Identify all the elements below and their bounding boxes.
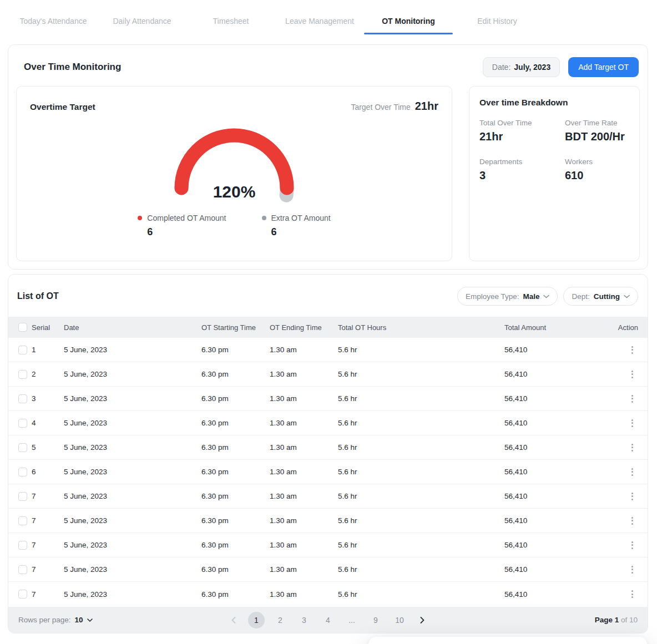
tab-timesheet[interactable]: Timesheet: [186, 11, 275, 34]
date-filter-value: July, 2023: [514, 63, 550, 72]
row-ot-start: 6.30 pm: [201, 394, 270, 403]
row-action-cell: [588, 417, 648, 429]
column-header-serial: Serial: [32, 323, 64, 332]
row-checkbox[interactable]: [18, 541, 27, 550]
page-title: Over Time Monitoring: [24, 62, 121, 73]
row-checkbox[interactable]: [18, 443, 27, 452]
row-checkbox[interactable]: [18, 468, 27, 476]
row-total-amount: 56,410: [504, 419, 588, 427]
extra-legend-label: Extra OT Amount: [271, 214, 331, 222]
row-date: 5 June, 2023: [64, 443, 201, 452]
employee-type-filter[interactable]: Employee Type: Male: [457, 287, 558, 306]
row-ot-end: 1.30 am: [270, 419, 338, 427]
tab-ot-monitoring[interactable]: OT Monitoring: [364, 11, 453, 34]
target-over-time-value: 21hr: [415, 100, 438, 113]
tab-today-s-attendance[interactable]: Today's Attendance: [9, 11, 98, 34]
row-total-amount: 56,410: [504, 541, 588, 549]
row-total-amount: 56,410: [504, 443, 588, 452]
row-ot-hours: 5.6 hr: [338, 516, 504, 525]
row-ot-hours: 5.6 hr: [338, 394, 504, 403]
row-action-cell: [588, 368, 648, 381]
row-actions-kebab-icon[interactable]: [630, 564, 634, 576]
overtime-monitoring-card: Over Time Monitoring Date: July, 2023 Ad…: [8, 44, 648, 270]
row-date: 5 June, 2023: [64, 419, 201, 427]
row-ot-start: 6.30 pm: [201, 590, 270, 599]
row-ot-start: 6.30 pm: [201, 419, 270, 427]
row-actions-kebab-icon[interactable]: [630, 588, 634, 600]
column-header-amount: Total Amount: [504, 323, 588, 332]
row-serial: 7: [32, 492, 64, 500]
row-ot-end: 1.30 am: [270, 346, 338, 354]
rows-per-page-select[interactable]: Rows per page: 10: [18, 616, 93, 624]
row-ot-end: 1.30 am: [270, 443, 338, 452]
pagination-page-10[interactable]: 10: [391, 612, 408, 628]
row-serial: 5: [32, 443, 64, 452]
row-checkbox-cell: [8, 541, 32, 550]
row-total-amount: 56,410: [504, 394, 588, 403]
row-checkbox-cell: [8, 443, 32, 452]
pagination-next-button[interactable]: [415, 613, 429, 627]
row-actions-kebab-icon[interactable]: [630, 344, 634, 356]
stat-workers: Workers 610: [565, 158, 629, 182]
pagination-page-4[interactable]: 4: [320, 612, 336, 628]
row-date: 5 June, 2023: [64, 468, 201, 476]
pagination-page-2[interactable]: 2: [272, 612, 289, 628]
row-serial: 4: [32, 419, 64, 427]
tab-daily-attendance[interactable]: Daily Attendance: [98, 11, 186, 34]
row-ot-start: 6.30 pm: [201, 443, 270, 452]
row-serial: 7: [32, 516, 64, 525]
overtime-breakdown-card: Over time Breakdown Total Over Time 21hr…: [469, 86, 640, 261]
chevron-down-icon: [624, 295, 630, 298]
pagination-prev-button[interactable]: [226, 613, 241, 627]
extra-legend-value: 6: [271, 226, 331, 238]
gauge-percent-value: 120%: [168, 182, 301, 201]
row-actions-kebab-icon[interactable]: [630, 515, 634, 527]
add-target-ot-button[interactable]: Add Target OT: [568, 57, 639, 77]
date-filter-button[interactable]: Date: July, 2023: [483, 57, 560, 77]
overtime-target-title: Overtime Target: [30, 102, 95, 112]
completed-legend-label: Completed OT Amount: [147, 214, 226, 222]
row-actions-kebab-icon[interactable]: [630, 466, 634, 478]
row-date: 5 June, 2023: [64, 590, 201, 599]
row-checkbox[interactable]: [18, 590, 27, 599]
date-filter-label: Date:: [492, 63, 511, 72]
row-actions-kebab-icon[interactable]: [630, 490, 634, 503]
row-checkbox[interactable]: [18, 516, 27, 525]
column-header-end: OT Ending Time: [270, 323, 338, 332]
row-checkbox[interactable]: [18, 492, 27, 501]
row-total-amount: 56,410: [504, 468, 588, 476]
stat-departments: Departments 3: [479, 158, 565, 182]
row-actions-kebab-icon[interactable]: [630, 417, 634, 429]
row-actions-kebab-icon[interactable]: [630, 539, 634, 551]
completed-legend-value: 6: [147, 226, 226, 238]
chevron-down-icon: [87, 618, 93, 622]
tab-leave-management[interactable]: Leave Management: [275, 11, 364, 34]
row-serial: 1: [32, 346, 64, 354]
overtime-breakdown-popover: Over Time Breakdown CuttingLine1Max OT5.…: [368, 637, 647, 644]
row-actions-kebab-icon[interactable]: [630, 442, 634, 454]
row-checkbox[interactable]: [18, 370, 27, 379]
table-footer: Rows per page: 10 1234...910 Page 1 of 1…: [8, 607, 648, 633]
pagination-pages: 1234...910: [248, 612, 408, 628]
tab-edit-history[interactable]: Edit History: [453, 11, 542, 34]
row-actions-kebab-icon[interactable]: [630, 368, 634, 381]
row-checkbox[interactable]: [18, 346, 27, 354]
row-checkbox-cell: [8, 370, 32, 379]
row-serial: 6: [32, 468, 64, 476]
row-date: 5 June, 2023: [64, 346, 201, 354]
extra-legend-dot-icon: [262, 216, 266, 220]
select-all-checkbox[interactable]: [18, 323, 27, 332]
row-checkbox[interactable]: [18, 419, 27, 428]
pagination-page-9[interactable]: 9: [367, 612, 384, 628]
list-of-ot-card: List of OT Employee Type: Male Dept: Cut…: [8, 274, 648, 633]
row-checkbox[interactable]: [18, 565, 27, 574]
row-actions-kebab-icon[interactable]: [630, 393, 634, 405]
row-ot-hours: 5.6 hr: [338, 370, 504, 378]
row-checkbox[interactable]: [18, 394, 27, 403]
row-ot-hours: 5.6 hr: [338, 541, 504, 549]
table-row: 75 June, 20236.30 pm1.30 am5.6 hr56,410: [8, 533, 648, 557]
pagination-ellipsis: ...: [343, 612, 360, 628]
pagination-page-3[interactable]: 3: [296, 612, 312, 628]
pagination-page-1[interactable]: 1: [248, 612, 265, 628]
dept-filter[interactable]: Dept: Cutting: [563, 287, 638, 306]
